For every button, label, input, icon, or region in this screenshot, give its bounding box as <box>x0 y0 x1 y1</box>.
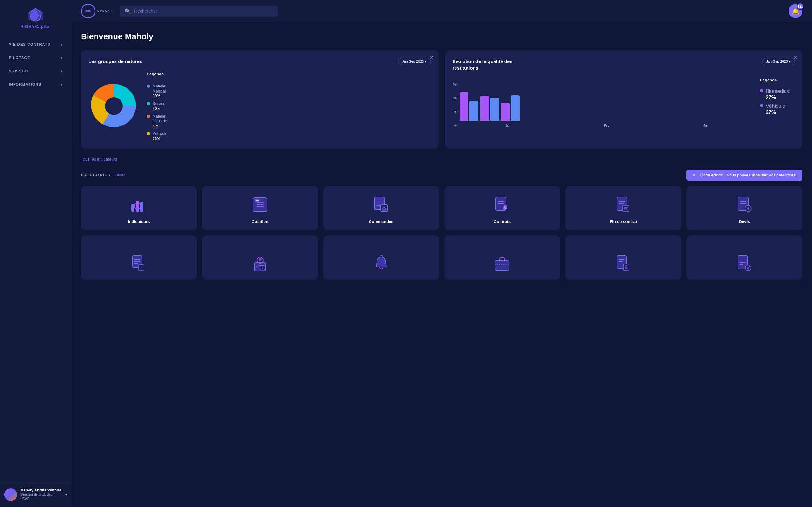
page-content: Bienvenue Maholy Les groupes de natures … <box>71 22 812 507</box>
chart1-date-button[interactable]: Jan-Sep 2023 ▾ <box>398 58 431 65</box>
logo-text: RIGBYCapital <box>20 24 51 29</box>
svg-point-59 <box>380 256 383 258</box>
chart1-close-button[interactable]: ✕ <box>430 55 434 60</box>
legend-item-materiel-medical: MaterielMedical30% <box>147 84 168 98</box>
chevron-down-icon: ▾ <box>61 43 62 46</box>
topbar-right: 🔔 121 <box>789 4 803 18</box>
edit-categories-button[interactable]: Editer <box>114 173 125 177</box>
legend-item-vehicule-chart2: Véhicule27% <box>760 103 795 115</box>
category-card-devis[interactable]: € Devis <box>687 186 803 230</box>
category-card-8[interactable]: + <box>202 235 318 280</box>
category-label-cotation: Cotation <box>252 219 268 224</box>
search-bar: 🔍 <box>119 6 278 17</box>
bar-group-mar <box>501 95 519 121</box>
cockpit-logo-circle: 360 <box>81 4 96 18</box>
bar-jan-blue <box>469 101 478 121</box>
banner-close-button[interactable]: ✕ <box>692 173 696 178</box>
category-card-9[interactable] <box>323 235 439 280</box>
main-content: 360 COCKPIT 🔍 🔔 121 Bienvenue Maholy Les… <box>71 0 812 507</box>
legend-title: Légende <box>147 72 168 76</box>
banner-modifier-link[interactable]: modifier <box>752 173 768 177</box>
chart1-header: Les groupes de natures Jan-Sep 2023 ▾ <box>89 58 431 65</box>
svg-point-1 <box>105 97 123 115</box>
user-name: Maholy Andriantsitoha <box>20 488 62 493</box>
notification-button[interactable]: 🔔 121 <box>789 4 803 18</box>
bar-chart <box>460 78 754 122</box>
chart-groupes-natures: Les groupes de natures Jan-Sep 2023 ▾ <box>81 50 439 149</box>
chart1-title: Les groupes de natures <box>89 58 142 65</box>
all-indicators-link[interactable]: Tous les indicateurs <box>81 157 117 162</box>
cotation-icon <box>250 194 270 215</box>
category-icon-11 <box>613 253 633 274</box>
chart2-date-button[interactable]: Jan-Sep 2023 ▾ <box>762 58 795 65</box>
edit-mode-banner: ✕ Mode édition Vous pouvez modifier vos … <box>687 170 803 181</box>
category-card-commandes[interactable]: Commandes <box>323 186 439 230</box>
chevron-down-icon: ▾ <box>61 83 62 86</box>
category-card-12[interactable] <box>687 235 803 280</box>
category-icon-9 <box>371 253 392 274</box>
chart1-content: Légende MaterielMedical30% Service40% <box>89 72 431 141</box>
category-label-fin-de-contrat: Fin de contrat <box>610 219 637 224</box>
categories-title: CATÉGORIES <box>81 173 110 177</box>
bar-label-jan: Jan <box>460 124 556 127</box>
chevron-down-icon: ▾ <box>65 493 67 497</box>
fin-de-contrat-icon <box>613 194 633 215</box>
category-card-cotation[interactable]: Cotation <box>202 186 318 230</box>
bar-mar-blue <box>511 95 519 121</box>
cockpit-brand: 360 COCKPIT <box>81 4 113 18</box>
sidebar-logo: RIGBYCapital <box>20 6 51 29</box>
categories-header: CATÉGORIES Editer <box>81 173 125 177</box>
bar-mar-purple <box>501 103 510 121</box>
welcome-title: Bienvenue Maholy <box>81 32 803 42</box>
chart2-legend-area: Légende Biomedical27% Véhicule27% <box>760 78 795 127</box>
chart1-legend-area: Légende MaterielMedical30% Service40% <box>147 72 168 141</box>
topbar: 360 COCKPIT 🔍 🔔 121 <box>71 0 812 22</box>
user-profile[interactable]: Maholy Andriantsitoha Directeur de produ… <box>0 482 71 507</box>
banner-mode-text: Mode édition Vous pouvez modifier vos ca… <box>700 173 797 177</box>
avatar <box>4 488 17 501</box>
svg-point-73 <box>745 265 751 271</box>
bar-label-mar: Mar <box>657 124 754 127</box>
category-label-commandes: Commandes <box>369 219 394 224</box>
chevron-down-icon: ▾ <box>61 69 62 73</box>
sidebar-item-support[interactable]: SUPPORT ▾ <box>3 65 68 77</box>
svg-point-56 <box>258 258 262 261</box>
category-card-indicateurs[interactable]: Indicateurs <box>81 186 197 230</box>
bar-group-jan <box>460 92 478 121</box>
chart2-title: Evolution de la qualité des restitutions <box>453 58 516 71</box>
category-card-11[interactable] <box>565 235 681 280</box>
category-label-devis: Devis <box>739 219 750 224</box>
sidebar-item-informations[interactable]: INFORMATIONS ▾ <box>3 78 68 90</box>
pie-chart <box>89 81 139 131</box>
svg-rect-2 <box>131 204 135 212</box>
bar-chart-area: 60k 40k 20k 0k <box>453 78 754 127</box>
sidebar: RIGBYCapital VIE DES CONTRATS ▾ PILOTAGE… <box>0 0 71 507</box>
category-card-10[interactable] <box>444 235 560 280</box>
search-icon: 🔍 <box>125 8 131 14</box>
commandes-icon <box>371 194 392 215</box>
category-icon-10 <box>492 253 512 274</box>
svg-text:=: = <box>140 266 142 269</box>
category-icon-12 <box>734 253 755 274</box>
user-info: Maholy Andriantsitoha Directeur de produ… <box>20 488 62 501</box>
category-card-contrats[interactable]: Contrats <box>444 186 560 230</box>
bar-chart-inner: Jan Fev Mar <box>460 78 754 127</box>
sidebar-item-pilotage[interactable]: PILOTAGE ▾ <box>3 52 68 64</box>
category-card-7[interactable]: = <box>81 235 197 280</box>
svg-point-7 <box>136 205 139 207</box>
legend-item-service: Service40% <box>147 101 168 111</box>
bar-x-labels: Jan Fev Mar <box>460 122 754 127</box>
charts-row: Les groupes de natures Jan-Sep 2023 ▾ <box>81 50 803 149</box>
sidebar-item-vie-des-contrats[interactable]: VIE DES CONTRATS ▾ <box>3 38 68 50</box>
chart2-legend-title: Légende <box>760 78 795 82</box>
chart2-close-button[interactable]: ✕ <box>794 55 798 60</box>
svg-text:+: + <box>262 266 264 270</box>
category-card-fin-de-contrat[interactable]: Fin de contrat <box>565 186 681 230</box>
chart2-header: Evolution de la qualité des restitutions… <box>453 58 795 71</box>
bar-label-fev: Fev <box>558 124 655 127</box>
svg-text:€: € <box>747 207 750 211</box>
categories-grid-row1: Indicateurs <box>81 186 803 230</box>
svg-rect-26 <box>382 209 387 211</box>
contrats-icon <box>492 194 512 215</box>
search-input[interactable] <box>134 9 273 14</box>
